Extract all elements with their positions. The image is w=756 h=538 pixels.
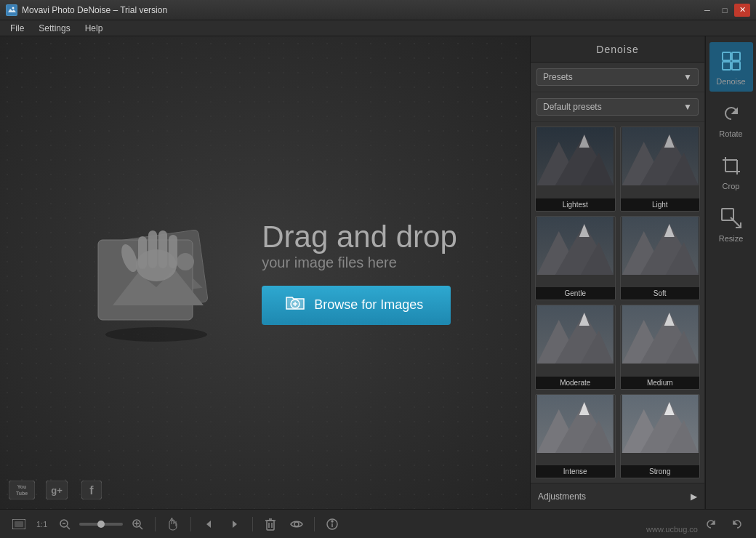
preset-label: Lightest xyxy=(536,198,615,211)
menu-settings[interactable]: Settings xyxy=(31,22,77,35)
svg-rect-69 xyxy=(732,52,740,60)
drop-content: Drag and drop your image files here xyxy=(73,193,457,353)
svg-rect-68 xyxy=(723,52,731,60)
tool-panel: Denoise Rotate Crop Resize xyxy=(705,36,756,509)
svg-text:g+: g+ xyxy=(51,485,63,496)
canvas-drop-area[interactable]: Drag and drop your image files here xyxy=(0,36,531,509)
rotate-tool-icon xyxy=(718,100,744,127)
rotate-tool-label: Rotate xyxy=(719,129,742,138)
menu-file[interactable]: File xyxy=(3,22,31,35)
resize-tool-label: Resize xyxy=(719,234,744,243)
svg-text:You: You xyxy=(17,484,27,489)
crop-tool-label: Crop xyxy=(723,182,740,190)
pan-button[interactable] xyxy=(161,514,185,534)
drag-drop-title: Drag and drop your image files here xyxy=(262,220,457,270)
presets-arrow-icon: ▼ xyxy=(683,72,692,82)
main-container: Drag and drop your image files here xyxy=(0,36,756,538)
svg-rect-18 xyxy=(9,481,35,499)
svg-rect-90 xyxy=(267,521,274,530)
svg-point-8 xyxy=(177,253,194,270)
rotate-cw-button[interactable] xyxy=(699,514,723,534)
svg-rect-70 xyxy=(723,62,731,70)
presets-grid: LightestLightGentleSoftModerateMediumInt… xyxy=(531,122,704,483)
tool-rotate-button[interactable]: Rotate xyxy=(709,95,753,144)
preset-label: Intense xyxy=(536,465,615,478)
presets-dropdown[interactable]: Presets ▼ xyxy=(536,68,699,86)
svg-text:Tube: Tube xyxy=(16,491,28,496)
zoom-slider[interactable] xyxy=(79,523,123,526)
separator-2 xyxy=(190,517,191,531)
svg-point-98 xyxy=(331,521,333,522)
undo-button[interactable] xyxy=(725,514,749,534)
panel-title: Denoise xyxy=(596,44,638,55)
toolbar-right xyxy=(699,514,749,534)
preset-label: Gentle xyxy=(536,287,615,300)
preset-thumb-gentle[interactable]: Gentle xyxy=(535,216,616,301)
svg-point-1 xyxy=(12,7,15,9)
maximize-button[interactable]: □ xyxy=(717,4,733,17)
svg-text:f: f xyxy=(89,484,94,497)
preview-button[interactable] xyxy=(285,514,308,534)
googleplus-icon[interactable]: g+ xyxy=(44,480,70,500)
resize-tool-icon xyxy=(718,205,744,231)
zoom-out-button[interactable] xyxy=(53,514,76,534)
svg-rect-10 xyxy=(138,236,147,269)
svg-line-83 xyxy=(67,526,70,529)
preset-thumb-medium[interactable]: Medium xyxy=(620,305,701,390)
window-controls: ─ □ ✕ xyxy=(699,4,750,17)
facebook-icon[interactable]: f xyxy=(79,480,105,500)
minimize-button[interactable]: ─ xyxy=(699,4,715,17)
zoom-ratio: 1:1 xyxy=(33,520,50,529)
preset-thumb-strong[interactable]: Strong xyxy=(620,394,701,479)
svg-rect-11 xyxy=(148,230,157,268)
svg-marker-89 xyxy=(233,521,237,528)
adjustments-bar[interactable]: Adjustments ▶ xyxy=(531,483,704,509)
adjustments-label: Adjustments xyxy=(538,491,586,502)
svg-rect-71 xyxy=(732,62,740,70)
default-presets-label: Default presets xyxy=(543,102,602,112)
zoom-in-button[interactable] xyxy=(126,514,149,534)
svg-point-2 xyxy=(105,327,207,342)
separator-3 xyxy=(252,517,253,531)
menu-help[interactable]: Help xyxy=(78,22,110,35)
tool-denoise-button[interactable]: Denoise xyxy=(709,42,753,92)
svg-point-95 xyxy=(294,522,299,526)
preset-label: Light xyxy=(621,198,700,211)
info-button[interactable] xyxy=(321,514,344,534)
content-area: Drag and drop your image files here xyxy=(0,36,756,509)
svg-rect-12 xyxy=(158,230,167,268)
adjustments-expand-icon: ▶ xyxy=(691,491,697,502)
preset-thumb-moderate[interactable]: Moderate xyxy=(535,305,616,390)
menubar: File Settings Help xyxy=(0,20,756,36)
separator-4 xyxy=(314,517,315,531)
svg-line-78 xyxy=(731,217,741,228)
tool-resize-button[interactable]: Resize xyxy=(709,199,753,249)
tool-crop-button[interactable]: Crop xyxy=(709,147,753,196)
default-presets-section: Default presets ▼ xyxy=(531,92,704,122)
preset-thumb-soft[interactable]: Soft xyxy=(620,216,701,301)
titlebar: Movavi Photo DeNoise – Trial version ─ □… xyxy=(0,0,756,20)
preset-thumb-intense[interactable]: Intense xyxy=(535,394,616,479)
close-button[interactable]: ✕ xyxy=(734,4,750,17)
delete-button[interactable] xyxy=(259,514,282,534)
preset-thumb-light[interactable]: Light xyxy=(620,127,701,212)
prev-button[interactable] xyxy=(197,514,220,534)
youtube-icon[interactable]: You Tube xyxy=(9,480,35,500)
next-button[interactable] xyxy=(223,514,246,534)
presets-label: Presets xyxy=(543,72,573,82)
folder-plus-icon xyxy=(285,294,305,316)
denoise-tool-icon xyxy=(718,48,744,74)
browse-images-button[interactable]: Browse for Images xyxy=(262,286,451,325)
app-icon xyxy=(6,4,17,16)
zoom-slider-thumb xyxy=(97,521,105,528)
svg-line-87 xyxy=(140,526,142,529)
fit-button[interactable] xyxy=(7,514,31,534)
preset-thumb-lightest[interactable]: Lightest xyxy=(535,127,616,212)
social-bar: You Tube g+ f xyxy=(9,480,105,500)
browse-label: Browse for Images xyxy=(314,297,423,313)
panel-header: Denoise xyxy=(531,36,704,63)
default-presets-dropdown[interactable]: Default presets ▼ xyxy=(536,98,699,116)
denoise-panel: Denoise Presets ▼ Default presets ▼ Ligh… xyxy=(531,36,705,509)
default-presets-arrow-icon: ▼ xyxy=(683,102,692,112)
preset-label: Soft xyxy=(621,287,700,300)
